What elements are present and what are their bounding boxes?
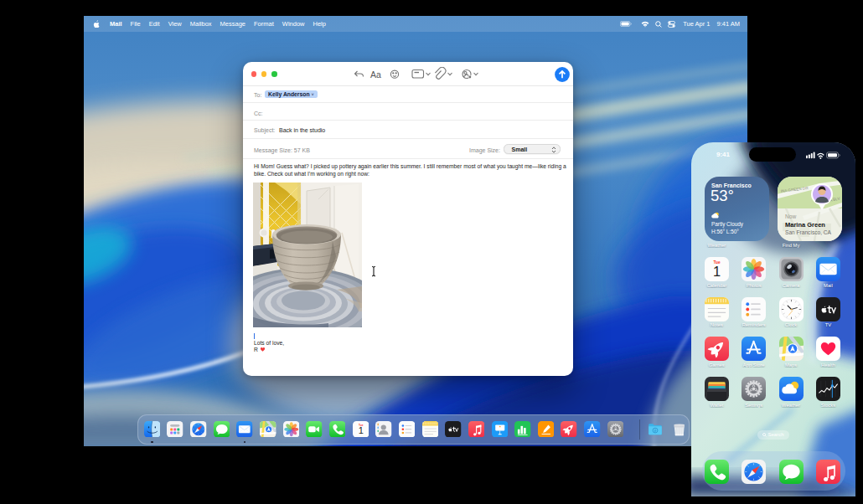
- svg-text:San Francisco, CA: San Francisco, CA: [785, 229, 832, 235]
- svg-text:Now: Now: [785, 213, 796, 219]
- svg-text:Aa: Aa: [370, 69, 381, 80]
- svg-text:Marina Green: Marina Green: [785, 221, 825, 229]
